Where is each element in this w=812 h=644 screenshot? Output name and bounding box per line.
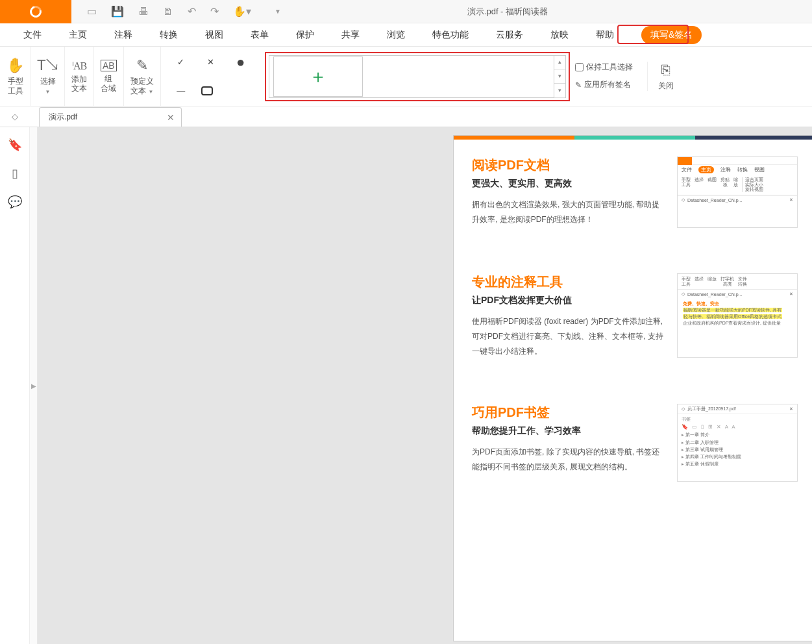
- gallery-scroll[interactable]: ▴▾▾: [554, 55, 565, 98]
- menu-convert[interactable]: 转换: [160, 29, 178, 41]
- pdf-page: 阅读PDF文档 更强大、更实用、更高效 拥有出色的文档渲染效果, 强大的页面管理…: [453, 135, 812, 641]
- pages-panel-icon[interactable]: ▯: [12, 166, 18, 180]
- workspace: 🔖 ▯ 💬 ▶ 阅读PDF文档 更强大、更实用、更高效 拥有出色的文档渲染效果,…: [0, 127, 812, 644]
- title-bar: ▭ 💾 🖶 🗎 ↶ ↷ ✋▾ ▼ 演示.pdf - 福昕阅读器: [0, 0, 812, 23]
- menu-feature[interactable]: 特色功能: [432, 29, 469, 41]
- x-mark-tool[interactable]: ✕: [201, 53, 221, 72]
- signature-gallery: ＋ ▴▾▾: [269, 55, 566, 98]
- hand-icon: ✋: [6, 57, 24, 74]
- menu-view[interactable]: 视图: [205, 29, 223, 41]
- section-subtitle: 让PDF文档发挥更大价值: [472, 295, 665, 306]
- plus-icon: ＋: [309, 64, 327, 89]
- menu-bar: 文件 主页 注释 转换 视图 表单 保护 共享 浏览 特色功能 云服务 放映 帮…: [0, 23, 812, 47]
- mini-screenshot-annotate: 手型 工具选择缩放打字机 高亮文件 转换 ◇Datasheet_Reader_C…: [677, 273, 798, 358]
- panel-collapse-handle[interactable]: ▶: [30, 127, 38, 644]
- add-signature-button[interactable]: ＋: [273, 56, 363, 97]
- menu-help[interactable]: 帮助: [596, 29, 614, 41]
- predef-text-icon: ✎: [136, 57, 148, 74]
- open-icon[interactable]: ▭: [87, 5, 97, 18]
- section-bookmark: 巧用PDF书签 帮助您提升工作、学习效率 为PDF页面添加书签, 除了实现内容的…: [454, 387, 812, 482]
- ribbon: ✋ 手型 工具 Ꭲ↘ 选择▼ ᴵAB 添加 文本 AB 组 合域 ✎ 预定义 文…: [0, 47, 812, 106]
- section-title: 巧用PDF书签: [472, 404, 665, 421]
- navigation-panel: 🔖 ▯ 💬: [0, 127, 30, 644]
- add-text-icon: ᴵAB: [72, 60, 86, 72]
- quick-access-toolbar: ▭ 💾 🖶 🗎 ↶ ↷ ✋▾ ▼: [71, 5, 281, 18]
- section-body: 为PDF页面添加书签, 除了实现内容的快速导航, 书签还能指明不同书签的层级关系…: [472, 445, 665, 475]
- print-icon[interactable]: 🖶: [138, 6, 149, 18]
- menu-fill-sign[interactable]: 填写&签名: [641, 26, 702, 44]
- menu-cloud[interactable]: 云服务: [496, 29, 523, 41]
- new-file-icon[interactable]: 🗎: [163, 6, 173, 18]
- apply-all-signatures-button[interactable]: ✎ 应用所有签名: [575, 79, 633, 90]
- combo-field-icon: AB: [101, 60, 117, 71]
- menu-browse[interactable]: 浏览: [387, 29, 405, 41]
- tool-combo-field[interactable]: AB 组 合域: [94, 47, 124, 106]
- mini-screenshot-read: 文件主页注释转换视图 手型 工具选择截图剪贴 板缩 放 适合页面实际大小旋转视图…: [677, 156, 798, 228]
- menu-present[interactable]: 放映: [550, 29, 569, 41]
- window-title: 演示.pdf - 福昕阅读器: [281, 6, 812, 18]
- section-annotate: 专业的注释工具 让PDF文档发挥更大价值 使用福昕PDF阅读器 (foxit r…: [454, 256, 812, 358]
- tool-predefined-text[interactable]: ✎ 预定义 文本 ▼: [124, 47, 161, 106]
- menu-file[interactable]: 文件: [23, 29, 42, 41]
- eyedropper-icon[interactable]: ◇: [0, 106, 30, 127]
- save-icon[interactable]: 💾: [111, 5, 124, 18]
- close-fill-sign-button[interactable]: ⎘ 关闭: [647, 62, 684, 90]
- document-tab-strip: ◇ 演示.pdf ✕: [0, 106, 812, 127]
- qat-dropdown-icon[interactable]: ▼: [275, 8, 281, 15]
- cursor-icon: Ꭲ↘: [38, 57, 58, 74]
- menu-comment[interactable]: 注释: [114, 29, 132, 41]
- tool-hand[interactable]: ✋ 手型 工具: [0, 47, 31, 106]
- menu-protect[interactable]: 保护: [296, 29, 314, 41]
- section-subtitle: 更强大、更实用、更高效: [472, 178, 665, 190]
- document-tab[interactable]: 演示.pdf ✕: [39, 107, 182, 127]
- section-read: 阅读PDF文档 更强大、更实用、更高效 拥有出色的文档渲染效果, 强大的页面管理…: [454, 140, 812, 228]
- tool-add-text[interactable]: ᴵAB 添加 文本: [65, 47, 94, 106]
- comments-panel-icon[interactable]: 💬: [8, 195, 22, 209]
- redo-icon[interactable]: ↷: [210, 5, 219, 18]
- exit-icon: ⎘: [661, 62, 670, 79]
- rounded-rect-tool[interactable]: [201, 86, 213, 95]
- document-tab-label: 演示.pdf: [49, 112, 77, 123]
- close-tab-icon[interactable]: ✕: [167, 112, 175, 123]
- section-body: 拥有出色的文档渲染效果, 强大的页面管理功能, 帮助提升效率, 是您阅读PDF的…: [472, 197, 665, 227]
- line-tool[interactable]: —: [171, 81, 191, 101]
- keep-tool-checkbox[interactable]: 保持工具选择: [575, 62, 633, 73]
- mini-screenshot-bookmark: ◇员工手册_20120917.pdf✕ 书签 🔖 ▭ ▯ ⊞ ✕ A A 第一章…: [677, 404, 798, 482]
- section-body: 使用福昕PDF阅读器 (foxit reader) 为PDF文件添加注释, 可对…: [472, 314, 665, 358]
- hand-qat-icon[interactable]: ✋▾: [233, 5, 251, 18]
- dot-tool[interactable]: ●: [231, 53, 251, 72]
- signature-gallery-highlight: ＋ ▴▾▾: [265, 52, 570, 101]
- section-title: 阅读PDF文档: [472, 156, 665, 174]
- section-title: 专业的注释工具: [472, 273, 665, 291]
- undo-icon[interactable]: ↶: [188, 5, 196, 18]
- app-logo: [0, 0, 71, 23]
- pen-icon: ✎: [575, 80, 582, 90]
- menu-form[interactable]: 表单: [251, 29, 269, 41]
- check-mark-tool[interactable]: ✓: [171, 53, 191, 72]
- section-subtitle: 帮助您提升工作、学习效率: [472, 425, 665, 437]
- menu-home[interactable]: 主页: [69, 29, 87, 41]
- bookmark-panel-icon[interactable]: 🔖: [8, 138, 22, 152]
- document-canvas[interactable]: 阅读PDF文档 更强大、更实用、更高效 拥有出色的文档渲染效果, 强大的页面管理…: [38, 127, 812, 644]
- menu-share[interactable]: 共享: [341, 29, 360, 41]
- tool-select[interactable]: Ꭲ↘ 选择▼: [31, 47, 65, 106]
